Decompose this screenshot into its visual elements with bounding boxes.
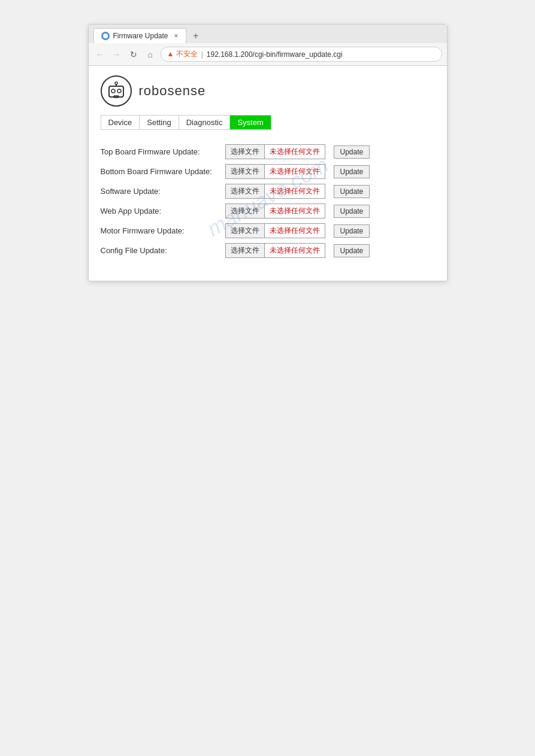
tab-favicon [101,32,110,40]
tab-diagnostic[interactable]: Diagnostic [179,116,231,129]
svg-point-1 [111,89,115,93]
address-bar: ← → ↻ ⌂ ▲ 不安全 | 192.168.1.200/cgi-bin/fi… [89,43,447,65]
tab-title: Firmware Update [113,32,168,40]
motor-file-name: 未选择任何文件 [264,223,325,238]
update-row-software: Software Update: 选择文件 未选择任何文件 Update [101,184,435,199]
update-row-webapp: Web App Update: 选择文件 未选择任何文件 Update [101,204,435,218]
config-choose-btn[interactable]: 选择文件 [225,243,264,258]
config-file-input: 选择文件 未选择任何文件 [225,243,325,258]
update-row-bottom-board: Bottom Board Firmware Update: 选择文件 未选择任何… [101,164,435,179]
software-update-btn[interactable]: Update [334,185,370,198]
robot-icon [105,80,127,102]
motor-update-btn[interactable]: Update [334,224,370,238]
update-section: Top Board Firmware Update: 选择文件 未选择任何文件 … [101,144,435,263]
software-file-input: 选择文件 未选择任何文件 [225,184,325,199]
software-label: Software Update: [101,187,220,196]
webapp-choose-btn[interactable]: 选择文件 [225,204,264,218]
browser-chrome: Firmware Update × + ← → ↻ ⌂ ▲ 不安全 | 192.… [89,25,447,66]
motor-choose-btn[interactable]: 选择文件 [225,223,264,238]
url-text: 192.168.1.200/cgi-bin/firmware_update.cg… [207,50,343,59]
tab-device[interactable]: Device [101,116,140,129]
tab-setting[interactable]: Setting [140,116,179,129]
update-row-motor: Motor Firmware Update: 选择文件 未选择任何文件 Upda… [101,223,435,238]
config-file-name: 未选择任何文件 [264,243,325,258]
top-board-file-input: 选择文件 未选择任何文件 [225,144,325,159]
forward-button[interactable]: → [110,48,123,61]
config-label: Config File Update: [101,246,220,255]
webapp-update-btn[interactable]: Update [334,205,370,218]
back-button[interactable]: ← [93,48,107,61]
url-input[interactable]: ▲ 不安全 | 192.168.1.200/cgi-bin/firmware_u… [161,47,442,62]
home-button[interactable]: ⌂ [144,48,157,61]
webapp-label: Web App Update: [101,207,220,215]
software-file-name: 未选择任何文件 [264,184,325,199]
update-row-config: Config File Update: 选择文件 未选择任何文件 Update [101,243,435,258]
svg-point-5 [115,82,117,84]
svg-point-2 [117,89,121,93]
page-content: robosense Device Setting Diagnostic Syst… [89,66,447,281]
bottom-board-file-name: 未选择任何文件 [264,164,325,179]
browser-window: Firmware Update × + ← → ↻ ⌂ ▲ 不安全 | 192.… [88,24,448,281]
security-warning: ▲ 不安全 [167,49,198,59]
webapp-file-input: 选择文件 未选择任何文件 [225,204,325,218]
logo-area: robosense [101,75,435,107]
tab-bar: Firmware Update × + [89,25,447,43]
bottom-board-update-btn[interactable]: Update [334,165,370,178]
bottom-board-file-input: 选择文件 未选择任何文件 [225,164,325,179]
top-board-choose-btn[interactable]: 选择文件 [225,144,264,159]
bottom-board-label: Bottom Board Firmware Update: [101,167,220,176]
tab-close-button[interactable]: × [174,32,179,40]
nav-tabs: Device Setting Diagnostic System [101,115,271,130]
motor-label: Motor Firmware Update: [101,226,220,235]
motor-file-input: 选择文件 未选择任何文件 [225,223,325,238]
logo-text: robosense [139,83,206,99]
top-board-label: Top Board Firmware Update: [101,147,220,156]
update-row-top-board: Top Board Firmware Update: 选择文件 未选择任何文件 … [101,144,435,159]
active-tab[interactable]: Firmware Update × [93,28,186,43]
software-choose-btn[interactable]: 选择文件 [225,184,264,199]
webapp-file-name: 未选择任何文件 [264,204,325,218]
logo-icon [101,75,132,107]
tab-system[interactable]: System [230,116,270,129]
config-update-btn[interactable]: Update [334,244,370,257]
new-tab-button[interactable]: + [189,29,203,43]
reload-button[interactable]: ↻ [127,48,140,61]
top-board-file-name: 未选择任何文件 [264,144,325,159]
bottom-board-choose-btn[interactable]: 选择文件 [225,164,264,179]
url-separator: | [201,50,203,59]
top-board-update-btn[interactable]: Update [334,145,370,159]
